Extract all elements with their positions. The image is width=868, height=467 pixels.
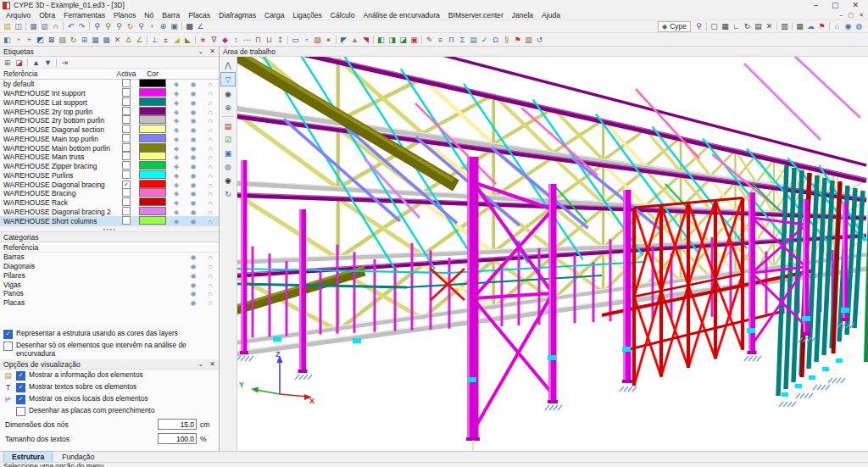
tab-fundacao[interactable]: Fundação <box>54 452 102 462</box>
pin-icon[interactable]: ⊓ <box>253 35 264 45</box>
menu-obra[interactable]: Obra <box>35 11 59 19</box>
layer-active-checkbox[interactable] <box>122 134 131 142</box>
cut-icon[interactable]: ✕ <box>764 21 775 31</box>
render-mode-icon[interactable]: ◈ <box>174 117 179 125</box>
layer-active-checkbox[interactable] <box>122 161 131 170</box>
layer-color-swatch[interactable] <box>139 115 166 124</box>
green-tool-1-icon[interactable]: ◧ <box>376 35 387 45</box>
visibility-icon[interactable]: ◉ <box>191 263 197 270</box>
lock-icon[interactable]: ∩ <box>208 199 213 207</box>
layer-row[interactable]: WAREHOUSE Purlins◈◉∩ <box>0 171 219 181</box>
cype-search-box[interactable]: ◆ Cype <box>658 21 691 32</box>
lock-icon[interactable]: ∩ <box>208 281 213 289</box>
layer-color-swatch[interactable] <box>139 152 166 160</box>
rotate-angle-icon[interactable]: ↻ <box>221 187 235 200</box>
truss-icon[interactable]: ◤ <box>338 35 349 45</box>
visibility-icon[interactable]: ◉ <box>191 153 197 161</box>
visibility-icon[interactable]: ◉ <box>191 145 197 153</box>
node-ball-icon[interactable]: ● <box>323 35 334 45</box>
visibility-icon[interactable]: ◉ <box>191 290 197 297</box>
close-panel-icon[interactable]: ✕ <box>209 47 215 55</box>
layer-color-swatch[interactable] <box>139 170 166 179</box>
small-plate-icon[interactable]: ▫ <box>301 35 312 45</box>
move-up-icon[interactable]: ▲ <box>31 58 42 68</box>
menu-ajuda[interactable]: Ajuda <box>537 11 565 19</box>
layer-row[interactable]: WAREHOUSE Zipper bracing◈◉∩ <box>0 162 219 171</box>
collapse-visual-icon[interactable]: ⌄ <box>198 360 204 368</box>
mdi-close-button[interactable]: ✕ <box>859 12 864 19</box>
layer-row[interactable]: WAREHOUSE Main top purlin◈◉∩ <box>0 135 219 144</box>
tab-estrutura[interactable]: Estrutura <box>3 451 53 462</box>
lock-icon[interactable]: ∩ <box>208 90 213 97</box>
layer-row[interactable]: WAREHOUSE Int support◈◉∩ <box>0 89 219 98</box>
visual-option-row[interactable]: T✓Mostrar textos sobre os elementos <box>0 381 219 393</box>
select-window-icon[interactable]: ▢ <box>709 21 720 31</box>
move-down-icon[interactable]: ▼ <box>42 58 53 68</box>
green-tool-2-icon[interactable]: ◨ <box>387 35 398 45</box>
lock-icon[interactable]: ∩ <box>208 99 213 107</box>
book-icon[interactable]: ▥ <box>779 21 790 31</box>
render-mode-icon[interactable]: ◈ <box>174 136 179 143</box>
visibility-icon[interactable]: ◉ <box>191 136 197 143</box>
visibility-icon[interactable]: ◉ <box>191 181 197 189</box>
lock-icon[interactable]: ∩ <box>208 153 213 161</box>
center-view-icon[interactable]: ⊕ <box>158 21 169 31</box>
print3d-icon[interactable]: ▦ <box>794 21 805 31</box>
option-checkbox[interactable]: ✓ <box>3 330 13 339</box>
info-icon[interactable]: § <box>501 35 512 45</box>
screen-icon[interactable]: ▣ <box>169 21 180 31</box>
bar-section-icon[interactable]: ◣ <box>182 35 193 45</box>
visibility-icon[interactable]: ◉ <box>191 117 197 125</box>
layer-active-checkbox[interactable] <box>122 88 131 97</box>
measure-icon[interactable]: ∠ <box>195 21 206 31</box>
menu-arquivo[interactable]: Arquivo <box>2 11 35 19</box>
save-scene-icon[interactable]: ▤ <box>753 21 764 31</box>
mdi-minimize-button[interactable]: – <box>840 12 843 19</box>
lock-icon[interactable]: ∩ <box>208 253 213 261</box>
layer-row[interactable]: WAREHOUSE Diagonal section◈◉∩ <box>0 125 219 135</box>
layer-active-checkbox[interactable] <box>122 152 131 160</box>
zoom-icon[interactable]: ⚲ <box>114 21 125 31</box>
assign-elements-icon[interactable]: ⇥ <box>59 58 70 68</box>
lock-icon[interactable]: ∩ <box>208 108 213 116</box>
add-reference-icon[interactable]: ⊞ <box>2 58 13 68</box>
export-flag-icon[interactable]: ⚑ <box>816 21 827 31</box>
visibility-select-icon[interactable]: ◉ <box>221 87 235 100</box>
layer-color-swatch[interactable] <box>139 97 166 106</box>
visibility-icon[interactable]: ◉ <box>191 218 197 225</box>
layer-active-checkbox[interactable] <box>122 170 131 179</box>
lock-icon[interactable]: ∩ <box>208 299 213 307</box>
hatch-plate-icon[interactable]: ▨ <box>312 35 323 45</box>
lock-icon[interactable]: ∩ <box>208 81 213 88</box>
undo-icon[interactable]: ↶ <box>65 21 76 31</box>
layer-row[interactable]: WAREHOUSE Lat support◈◉∩ <box>0 98 219 108</box>
layer-row[interactable]: WAREHOUSE 2ry top purlin◈◉∩ <box>0 107 219 116</box>
visibility-icon[interactable]: ◉ <box>191 190 197 197</box>
layer-row[interactable]: WAREHOUSE Diagonal bracing 2◈◉∩ <box>0 208 219 217</box>
brace-icon[interactable]: ◥ <box>360 35 371 45</box>
render-mode-icon[interactable]: ◈ <box>174 163 179 170</box>
visual-option-checkbox[interactable] <box>16 407 25 416</box>
layer-color-swatch[interactable] <box>139 197 166 206</box>
category-row[interactable]: Barras◉∩ <box>0 253 219 262</box>
pan-icon[interactable]: + <box>147 21 158 31</box>
edit-props-icon[interactable]: ✎ <box>424 35 435 45</box>
visibility-icon[interactable]: ◉ <box>191 172 197 180</box>
help-globe-icon[interactable]: ◉ <box>843 21 854 31</box>
sigma-icon[interactable]: Σ <box>457 35 468 45</box>
visibility-icon[interactable]: ◉ <box>191 299 197 307</box>
option-row[interactable]: Desenhar só os elementos que intervêm na… <box>0 340 219 359</box>
lock-icon[interactable]: ∩ <box>208 263 213 270</box>
lock-icon[interactable]: ∩ <box>208 181 213 189</box>
lock-icon[interactable]: ∩ <box>208 163 213 170</box>
lock-icon[interactable]: ∩ <box>208 136 213 143</box>
visual-option-checkbox[interactable]: ✓ <box>16 371 25 381</box>
close-visual-icon[interactable]: ✕ <box>209 360 215 368</box>
green-check-icon[interactable]: ☑ <box>221 133 235 146</box>
visibility-icon[interactable]: ◉ <box>191 99 197 107</box>
field-input[interactable] <box>158 419 197 430</box>
search-icon[interactable]: ⚲ <box>693 21 704 31</box>
render-mode-icon[interactable]: ◈ <box>174 126 179 134</box>
render-sphere-icon[interactable]: ◍ <box>221 160 235 173</box>
panel-splitter[interactable]: ●●●● <box>0 225 219 232</box>
